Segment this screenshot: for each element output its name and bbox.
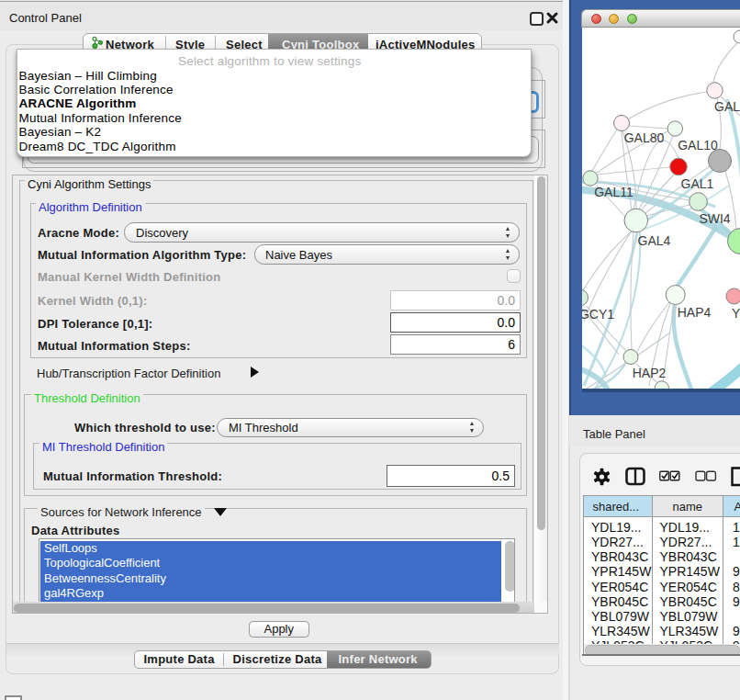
svg-text:HAP2: HAP2 — [633, 366, 667, 380]
svg-text:GAL11: GAL11 — [594, 185, 633, 199]
svg-text:Y: Y — [732, 306, 740, 321]
svg-text:GAL1: GAL1 — [681, 176, 714, 191]
svg-text:SWI4: SWI4 — [699, 211, 730, 226]
svg-text:GAL: GAL — [714, 99, 740, 114]
svg-text:HAP4: HAP4 — [678, 305, 712, 320]
svg-text:GAL10: GAL10 — [678, 138, 718, 152]
svg-text:GAL4: GAL4 — [638, 233, 671, 248]
svg-text:GAL80: GAL80 — [624, 130, 665, 145]
svg-text:GCY1: GCY1 — [582, 307, 614, 322]
